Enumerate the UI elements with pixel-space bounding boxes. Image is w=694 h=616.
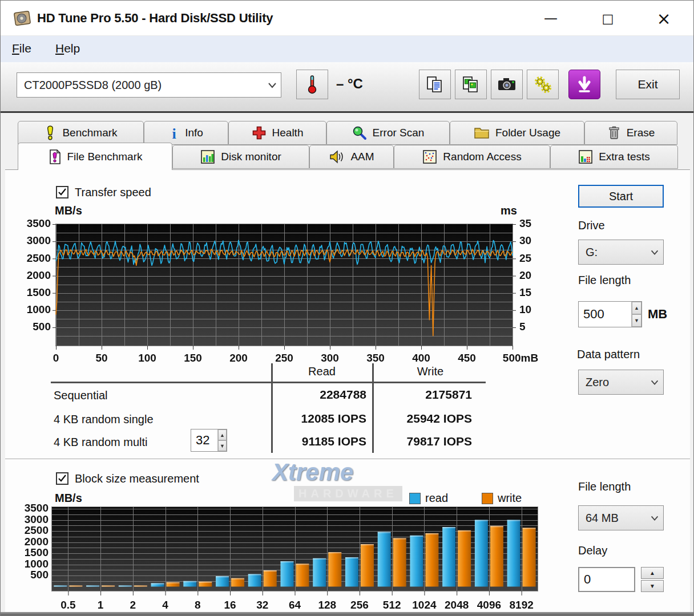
- tab-random-access[interactable]: Random Access: [394, 145, 550, 169]
- exit-button[interactable]: Exit: [616, 70, 680, 99]
- spin-down-icon[interactable]: ▼: [632, 314, 641, 327]
- tab-label: Info: [185, 127, 203, 139]
- settings-button[interactable]: [527, 70, 559, 99]
- check-icon: [58, 188, 67, 197]
- tab-label: Extra tests: [599, 151, 650, 163]
- tab-benchmark[interactable]: Benchmark: [18, 121, 144, 145]
- random-single-write-value: 25942 IOPS: [375, 412, 472, 425]
- data-pattern-value: Zero: [579, 376, 646, 389]
- tab-health[interactable]: Health: [228, 121, 326, 145]
- menu-bar: File Help: [1, 36, 693, 62]
- svg-text:i: i: [172, 125, 176, 140]
- file-length-spinner[interactable]: ▲ ▼: [578, 301, 642, 327]
- watermark-line2: HARDWARE: [294, 486, 402, 501]
- random-single-read-value: 12085 IOPS: [269, 412, 366, 425]
- random-multi-write-value: 79817 IOPS: [375, 435, 472, 448]
- tab-error-scan[interactable]: Error Scan: [326, 121, 450, 145]
- file-length2-label: File length: [578, 480, 631, 493]
- delay-field[interactable]: [578, 567, 635, 592]
- copy-text-button[interactable]: [419, 70, 451, 99]
- column-header-read: Read: [279, 365, 365, 378]
- queue-depth-input[interactable]: [191, 429, 217, 451]
- tab-label: Folder Usage: [495, 127, 560, 139]
- sequential-read-value: 2284788: [269, 388, 366, 402]
- temperature-button[interactable]: [296, 70, 328, 99]
- spin-up-icon[interactable]: ▲: [632, 302, 641, 314]
- transfer-speed-label: Transfer speed: [75, 186, 151, 199]
- file-length-input[interactable]: [579, 302, 631, 327]
- download-arrow-icon: [575, 75, 594, 94]
- app-disk-icon: [13, 9, 31, 27]
- table-divider: [372, 363, 374, 453]
- tab-label: Benchmark: [62, 127, 117, 139]
- start-button[interactable]: Start: [578, 185, 664, 208]
- maximize-button[interactable]: □: [593, 6, 623, 30]
- temperature-value: – °C: [336, 76, 363, 92]
- camera-icon: [497, 76, 517, 93]
- minimize-button[interactable]: —: [536, 6, 566, 30]
- benchmark-exclamation-icon: [44, 125, 57, 140]
- data-pattern-dropdown[interactable]: Zero: [578, 370, 664, 395]
- extra-tests-icon: [578, 149, 593, 164]
- column-header-write: Write: [382, 365, 479, 378]
- spin-up-icon[interactable]: ▲: [218, 429, 227, 440]
- tab-info[interactable]: i Info: [144, 121, 228, 145]
- health-cross-icon: [252, 125, 267, 140]
- chevron-down-icon: [646, 377, 663, 387]
- drive-dropdown[interactable]: G:: [578, 240, 664, 265]
- row-label-random-single: 4 KB random single: [54, 413, 154, 426]
- error-scan-magnifier-icon: [352, 125, 367, 140]
- tab-disk-monitor[interactable]: Disk monitor: [172, 145, 309, 169]
- transfer-speed-chart: [18, 214, 554, 364]
- check-icon: [58, 474, 67, 483]
- watermark: Xtreme HARDWARE: [272, 459, 402, 501]
- spin-down-icon[interactable]: ▼: [218, 440, 227, 451]
- drive-select-value: CT2000P5SSD8 (2000 gB): [17, 79, 264, 92]
- tab-extra-tests[interactable]: Extra tests: [550, 145, 678, 169]
- transfer-speed-checkbox[interactable]: [56, 186, 68, 198]
- file-length-unit: MB: [648, 307, 667, 322]
- menu-help[interactable]: Help: [50, 36, 86, 62]
- tab-label: File Benchmark: [67, 151, 143, 163]
- window-title: HD Tune Pro 5.50 - Hard Disk/SSD Utility: [37, 1, 273, 36]
- delay-up-button[interactable]: ▲: [641, 567, 664, 579]
- tab-label: AAM: [350, 151, 374, 163]
- file-length-label: File length: [578, 274, 631, 287]
- tab-label: Error Scan: [373, 127, 425, 139]
- delay-label: Delay: [578, 544, 607, 557]
- aam-speaker-icon: [329, 149, 345, 164]
- info-icon: i: [169, 125, 179, 140]
- close-button[interactable]: ×: [649, 6, 679, 30]
- delay-down-button[interactable]: ▼: [641, 580, 664, 592]
- file-benchmark-panel: Transfer speed Start MB/s ms Xtreme HARD…: [5, 169, 690, 616]
- tab-label: Erase: [627, 127, 655, 139]
- erase-trash-icon: [607, 125, 621, 140]
- gears-icon: [532, 74, 553, 95]
- chevron-down-icon: [646, 513, 663, 523]
- tab-erase[interactable]: Erase: [584, 121, 677, 145]
- sequential-write-value: 2175871: [375, 388, 472, 402]
- data-pattern-label: Data pattern: [577, 348, 640, 361]
- drive-select-dropdown[interactable]: CT2000P5SSD8 (2000 gB): [17, 72, 281, 98]
- tab-aam[interactable]: AAM: [309, 145, 394, 169]
- screenshot-button[interactable]: [491, 70, 523, 99]
- random-multi-read-value: 91185 IOPS: [269, 435, 366, 448]
- block-size-label: Block size measurement: [75, 472, 199, 485]
- window-bottom-edge: [1, 612, 694, 616]
- table-header-rule: [51, 382, 486, 383]
- thermometer-icon: [304, 74, 321, 95]
- block-size-checkbox[interactable]: [56, 472, 68, 485]
- disk-monitor-icon: [200, 149, 215, 164]
- tab-label: Random Access: [443, 151, 521, 163]
- chevron-down-icon: [264, 79, 281, 91]
- menu-file[interactable]: File: [6, 36, 37, 62]
- tab-file-benchmark[interactable]: File Benchmark: [18, 143, 172, 170]
- file-length2-value: 64 MB: [579, 512, 646, 525]
- save-results-button[interactable]: [568, 70, 600, 99]
- delay-input[interactable]: [579, 568, 634, 591]
- copy-image-button[interactable]: [455, 70, 487, 99]
- row-label-random-multi: 4 KB random multi: [54, 436, 148, 449]
- tab-folder-usage[interactable]: Folder Usage: [450, 121, 584, 145]
- file-length2-dropdown[interactable]: 64 MB: [578, 505, 664, 530]
- queue-depth-spinner[interactable]: ▲ ▼: [191, 429, 227, 452]
